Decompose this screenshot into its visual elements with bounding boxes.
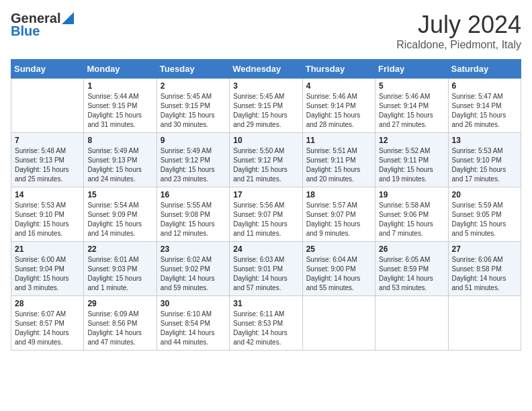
page-header: General Blue July 2024 Ricaldone, Piedmo… — [11, 11, 521, 51]
logo-icon — [62, 12, 74, 24]
calendar-cell: 26Sunrise: 6:05 AMSunset: 8:59 PMDayligh… — [375, 242, 448, 296]
calendar-cell: 30Sunrise: 6:10 AMSunset: 8:54 PMDayligh… — [157, 296, 229, 351]
day-number: 12 — [379, 136, 444, 145]
day-number: 10 — [233, 136, 298, 145]
calendar-cell: 2Sunrise: 5:45 AMSunset: 9:15 PMDaylight… — [157, 79, 229, 133]
calendar-cell: 6Sunrise: 5:47 AMSunset: 9:14 PMDaylight… — [448, 79, 521, 133]
day-info: Sunrise: 5:44 AMSunset: 9:15 PMDaylight:… — [87, 92, 152, 130]
calendar-cell: 19Sunrise: 5:58 AMSunset: 9:06 PMDayligh… — [375, 187, 448, 242]
calendar-cell: 1Sunrise: 5:44 AMSunset: 9:15 PMDaylight… — [84, 79, 157, 133]
day-number: 9 — [161, 136, 226, 145]
day-info: Sunrise: 5:58 AMSunset: 9:06 PMDaylight:… — [379, 201, 444, 238]
day-info: Sunrise: 5:50 AMSunset: 9:12 PMDaylight:… — [233, 146, 298, 184]
day-info: Sunrise: 5:53 AMSunset: 9:10 PMDaylight:… — [15, 201, 80, 238]
day-info: Sunrise: 5:49 AMSunset: 9:12 PMDaylight:… — [161, 146, 226, 184]
day-info: Sunrise: 6:09 AMSunset: 8:56 PMDaylight:… — [87, 310, 152, 347]
day-info: Sunrise: 6:04 AMSunset: 9:00 PMDaylight:… — [306, 255, 371, 293]
col-header-thursday: Thursday — [302, 60, 375, 79]
day-info: Sunrise: 6:07 AMSunset: 8:57 PMDaylight:… — [15, 310, 80, 347]
day-number: 2 — [161, 81, 226, 91]
day-info: Sunrise: 5:57 AMSunset: 9:07 PMDaylight:… — [306, 201, 371, 238]
calendar-cell: 22Sunrise: 6:01 AMSunset: 9:03 PMDayligh… — [84, 242, 157, 296]
day-number: 11 — [306, 136, 371, 145]
calendar-cell: 27Sunrise: 6:06 AMSunset: 8:58 PMDayligh… — [448, 242, 521, 296]
day-number: 26 — [379, 244, 444, 254]
calendar-cell: 29Sunrise: 6:09 AMSunset: 8:56 PMDayligh… — [84, 296, 157, 351]
col-header-sunday: Sunday — [11, 60, 84, 79]
calendar-cell: 12Sunrise: 5:52 AMSunset: 9:11 PMDayligh… — [375, 133, 448, 187]
day-number: 22 — [87, 244, 152, 254]
calendar-cell — [302, 296, 375, 351]
day-number: 1 — [87, 81, 152, 91]
day-info: Sunrise: 5:59 AMSunset: 9:05 PMDaylight:… — [452, 201, 517, 238]
day-number: 14 — [15, 190, 80, 199]
calendar-cell: 4Sunrise: 5:46 AMSunset: 9:14 PMDaylight… — [302, 79, 375, 133]
calendar-cell: 15Sunrise: 5:54 AMSunset: 9:09 PMDayligh… — [84, 187, 157, 242]
day-info: Sunrise: 6:02 AMSunset: 9:02 PMDaylight:… — [161, 255, 226, 293]
day-number: 27 — [452, 244, 517, 254]
calendar-table: SundayMondayTuesdayWednesdayThursdayFrid… — [11, 59, 521, 351]
col-header-tuesday: Tuesday — [157, 60, 229, 79]
calendar-cell: 25Sunrise: 6:04 AMSunset: 9:00 PMDayligh… — [302, 242, 375, 296]
calendar-cell: 28Sunrise: 6:07 AMSunset: 8:57 PMDayligh… — [11, 296, 84, 351]
calendar-cell: 8Sunrise: 5:49 AMSunset: 9:13 PMDaylight… — [84, 133, 157, 187]
day-number: 24 — [233, 244, 298, 254]
location: Ricaldone, Piedmont, Italy — [396, 39, 521, 51]
day-number: 19 — [379, 190, 444, 199]
day-number: 23 — [161, 244, 226, 254]
day-number: 31 — [233, 299, 298, 308]
day-info: Sunrise: 5:47 AMSunset: 9:14 PMDaylight:… — [452, 92, 517, 130]
col-header-saturday: Saturday — [448, 60, 521, 79]
day-number: 8 — [87, 136, 152, 145]
col-header-wednesday: Wednesday — [230, 60, 302, 79]
day-info: Sunrise: 5:51 AMSunset: 9:11 PMDaylight:… — [306, 146, 371, 184]
day-info: Sunrise: 6:06 AMSunset: 8:58 PMDaylight:… — [452, 255, 517, 293]
calendar-cell: 24Sunrise: 6:03 AMSunset: 9:01 PMDayligh… — [230, 242, 302, 296]
day-number: 20 — [452, 190, 517, 199]
day-info: Sunrise: 5:54 AMSunset: 9:09 PMDaylight:… — [87, 201, 152, 238]
day-number: 29 — [87, 299, 152, 308]
title-block: July 2024 Ricaldone, Piedmont, Italy — [396, 11, 521, 51]
day-number: 16 — [161, 190, 226, 199]
col-header-monday: Monday — [84, 60, 157, 79]
calendar-cell: 10Sunrise: 5:50 AMSunset: 9:12 PMDayligh… — [230, 133, 302, 187]
logo-blue: Blue — [11, 24, 40, 39]
day-info: Sunrise: 6:00 AMSunset: 9:04 PMDaylight:… — [15, 255, 80, 293]
day-info: Sunrise: 5:55 AMSunset: 9:08 PMDaylight:… — [161, 201, 226, 238]
day-info: Sunrise: 5:46 AMSunset: 9:14 PMDaylight:… — [379, 92, 444, 130]
day-number: 5 — [379, 81, 444, 91]
day-info: Sunrise: 6:10 AMSunset: 8:54 PMDaylight:… — [161, 310, 226, 347]
calendar-cell: 17Sunrise: 5:56 AMSunset: 9:07 PMDayligh… — [230, 187, 302, 242]
calendar-cell — [375, 296, 448, 351]
logo: General Blue — [11, 11, 74, 39]
calendar-cell: 21Sunrise: 6:00 AMSunset: 9:04 PMDayligh… — [11, 242, 84, 296]
day-info: Sunrise: 5:48 AMSunset: 9:13 PMDaylight:… — [15, 146, 80, 184]
day-info: Sunrise: 5:45 AMSunset: 9:15 PMDaylight:… — [233, 92, 298, 130]
day-info: Sunrise: 5:56 AMSunset: 9:07 PMDaylight:… — [233, 201, 298, 238]
day-info: Sunrise: 6:03 AMSunset: 9:01 PMDaylight:… — [233, 255, 298, 293]
svg-marker-0 — [62, 12, 74, 24]
calendar-cell: 13Sunrise: 5:53 AMSunset: 9:10 PMDayligh… — [448, 133, 521, 187]
day-number: 21 — [15, 244, 80, 254]
day-number: 30 — [161, 299, 226, 308]
calendar-cell: 11Sunrise: 5:51 AMSunset: 9:11 PMDayligh… — [302, 133, 375, 187]
day-info: Sunrise: 6:11 AMSunset: 8:53 PMDaylight:… — [233, 310, 298, 347]
calendar-cell: 3Sunrise: 5:45 AMSunset: 9:15 PMDaylight… — [230, 79, 302, 133]
day-number: 28 — [15, 299, 80, 308]
day-info: Sunrise: 6:05 AMSunset: 8:59 PMDaylight:… — [379, 255, 444, 293]
calendar-header: SundayMondayTuesdayWednesdayThursdayFrid… — [11, 60, 521, 79]
calendar-cell: 5Sunrise: 5:46 AMSunset: 9:14 PMDaylight… — [375, 79, 448, 133]
calendar-cell: 23Sunrise: 6:02 AMSunset: 9:02 PMDayligh… — [157, 242, 229, 296]
calendar-cell: 31Sunrise: 6:11 AMSunset: 8:53 PMDayligh… — [230, 296, 302, 351]
calendar-cell: 20Sunrise: 5:59 AMSunset: 9:05 PMDayligh… — [448, 187, 521, 242]
col-header-friday: Friday — [375, 60, 448, 79]
day-number: 18 — [306, 190, 371, 199]
month-year: July 2024 — [396, 11, 521, 39]
calendar-cell — [11, 79, 84, 133]
day-info: Sunrise: 5:46 AMSunset: 9:14 PMDaylight:… — [306, 92, 371, 130]
day-number: 17 — [233, 190, 298, 199]
day-number: 6 — [452, 81, 517, 91]
day-info: Sunrise: 6:01 AMSunset: 9:03 PMDaylight:… — [87, 255, 152, 293]
day-number: 7 — [15, 136, 80, 145]
calendar-cell — [448, 296, 521, 351]
